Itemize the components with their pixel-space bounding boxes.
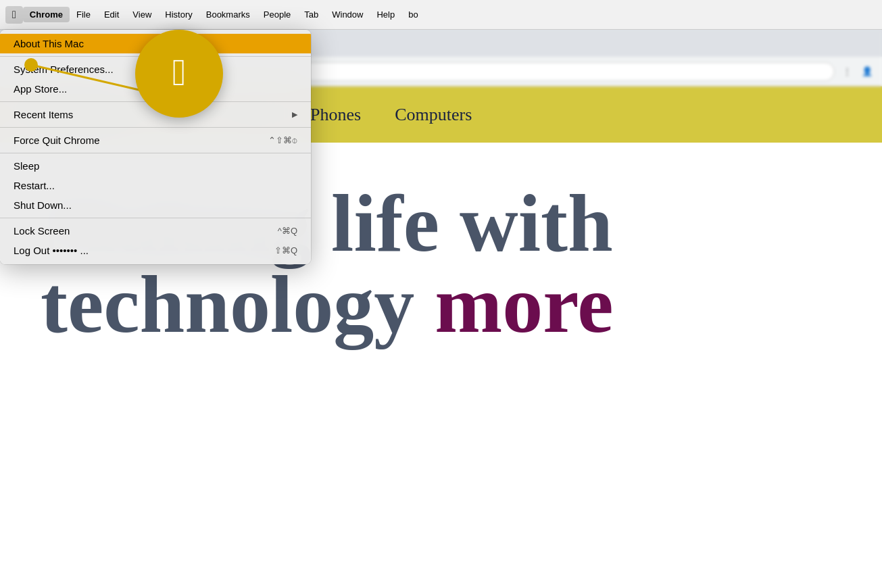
logout-shortcut: ⇧⌘Q bbox=[274, 245, 297, 255]
menubar-file[interactable]: File bbox=[70, 7, 97, 22]
menubar-history[interactable]: History bbox=[158, 7, 199, 22]
lockscreen-label: Lock Screen bbox=[14, 225, 278, 237]
toolbar-icons: ⋮ 👤 bbox=[837, 62, 877, 81]
profile-button[interactable]: 👤 bbox=[858, 62, 877, 81]
shutdown-label: Shut Down... bbox=[14, 199, 297, 211]
menu-restart[interactable]: Restart... bbox=[0, 176, 311, 195]
menubar-view[interactable]: View bbox=[126, 7, 158, 22]
recent-arrow: ▶ bbox=[292, 110, 297, 119]
nav-phones[interactable]: Phones bbox=[310, 105, 361, 125]
menubar-window[interactable]: Window bbox=[325, 7, 370, 22]
apple-circle-icon:  bbox=[172, 53, 186, 91]
menu-sleep[interactable]: Sleep bbox=[0, 156, 311, 176]
menu-force-quit[interactable]: Force Quit Chrome ⌃⇧⌘⌽ bbox=[0, 130, 311, 150]
nav-computers[interactable]: Computers bbox=[395, 105, 472, 125]
menubar:  Chrome File Edit View History Bookmark… bbox=[0, 0, 882, 30]
menu-logout[interactable]: Log Out ••••••• ... ⇧⌘Q bbox=[0, 241, 311, 260]
menu-sep-4 bbox=[0, 153, 311, 153]
menubar-extra: bo bbox=[401, 7, 424, 22]
menubar-edit[interactable]: Edit bbox=[97, 7, 126, 22]
restart-label: Restart... bbox=[14, 180, 297, 191]
forcequit-label: Force Quit Chrome bbox=[14, 134, 268, 146]
logout-label: Log Out ••••••• ... bbox=[14, 245, 274, 256]
apple-circle-badge:  bbox=[135, 30, 223, 118]
menubar-tab[interactable]: Tab bbox=[297, 7, 325, 22]
menubar-people[interactable]: People bbox=[257, 7, 297, 22]
forcequit-shortcut: ⌃⇧⌘⌽ bbox=[268, 135, 297, 145]
recent-label: Recent Items bbox=[14, 109, 292, 120]
menu-shutdown[interactable]: Shut Down... bbox=[0, 195, 311, 215]
sleep-label: Sleep bbox=[14, 160, 297, 172]
menu-sep-5 bbox=[0, 218, 311, 218]
lockscreen-shortcut: ^⌘Q bbox=[278, 226, 297, 236]
extensions-button[interactable]: ⋮ bbox=[837, 62, 856, 81]
menubar-bookmarks[interactable]: Bookmarks bbox=[199, 7, 257, 22]
menu-lock-screen[interactable]: Lock Screen ^⌘Q bbox=[0, 221, 311, 241]
menubar-chrome[interactable]: Chrome bbox=[23, 7, 70, 22]
menu-sep-3 bbox=[0, 127, 311, 128]
hero-line2: technology bbox=[41, 260, 414, 349]
menubar-help[interactable]: Help bbox=[370, 7, 401, 22]
hero-highlight: more bbox=[435, 260, 613, 349]
apple-menu-trigger[interactable]:  bbox=[5, 6, 23, 24]
